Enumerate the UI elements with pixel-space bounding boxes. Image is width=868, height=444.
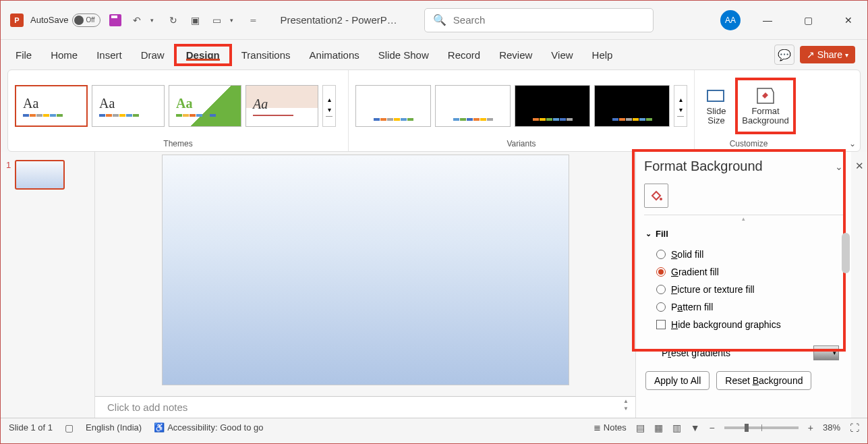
solid-fill-radio[interactable]: Solid fill <box>656 246 842 263</box>
zoom-slider[interactable] <box>724 426 799 429</box>
tab-help[interactable]: Help <box>583 44 623 66</box>
search-icon: 🔍 <box>433 13 446 26</box>
pattern-fill-radio[interactable]: Pattern fill <box>656 298 842 316</box>
spellcheck-icon[interactable]: ▢ <box>65 422 74 433</box>
share-button[interactable]: ↗ Share ▾ <box>800 46 855 63</box>
tab-record[interactable]: Record <box>438 44 490 66</box>
normal-view-button[interactable]: ▤ <box>636 422 645 433</box>
svg-point-1 <box>660 198 662 200</box>
notes-area[interactable]: Click to add notes ▲ ▼ <box>95 396 635 418</box>
user-avatar[interactable]: AA <box>720 10 741 30</box>
notes-toggle[interactable]: ≣ Notes <box>594 422 627 433</box>
preset-gradients-dropdown[interactable]: ▾ <box>813 345 839 360</box>
app-icon: P <box>10 13 24 27</box>
minimize-button[interactable]: — <box>754 10 781 30</box>
search-input[interactable] <box>453 14 645 26</box>
present-from-start-button[interactable]: ▣ <box>188 13 202 27</box>
tab-home[interactable]: Home <box>41 44 87 66</box>
language-indicator[interactable]: English (India) <box>86 422 142 433</box>
notes-scroll-down[interactable]: ▼ <box>623 406 633 412</box>
themes-group: Aa Aa Aa Aa ▴▾ Themes <box>8 70 349 151</box>
zoom-in-button[interactable]: + <box>808 422 813 433</box>
themes-group-label: Themes <box>15 138 341 150</box>
close-pane-button[interactable]: ✕ <box>855 160 864 172</box>
format-background-label: Format Background <box>742 107 788 126</box>
ribbon: Aa Aa Aa Aa ▴▾ Themes ▴▾ <box>7 70 861 152</box>
accessibility-indicator[interactable]: ♿Accessibility: Good to go <box>154 422 263 433</box>
slide-size-button[interactable]: Slide Size <box>701 78 731 134</box>
gradient-fill-label: Gradient fill <box>671 267 719 277</box>
tab-slideshow[interactable]: Slide Show <box>369 44 438 66</box>
fit-to-window-button[interactable]: ⛶ <box>850 422 859 433</box>
pane-scrollbar[interactable] <box>842 233 850 273</box>
theme-2[interactable]: Aa <box>92 85 165 127</box>
slide-sorter-button[interactable]: ▦ <box>654 422 663 433</box>
undo-dropdown[interactable]: ▾ <box>145 13 158 27</box>
slide-size-icon <box>706 86 726 105</box>
slide-canvas[interactable] <box>162 155 569 385</box>
save-button[interactable] <box>109 13 122 27</box>
pane-divider-handle[interactable]: ▴ <box>742 215 745 222</box>
variants-group-label: Variants <box>355 138 687 150</box>
variant-3[interactable] <box>515 85 590 127</box>
comment-icon: 💬 <box>778 49 791 61</box>
pane-options-dropdown[interactable]: ⌄ <box>835 161 843 172</box>
collapse-ribbon-button[interactable]: ⌄ <box>849 139 856 148</box>
hide-bg-graphics-checkbox[interactable]: Hide background graphics <box>656 316 842 333</box>
qat-dropdown[interactable]: ▾ <box>225 13 238 27</box>
hide-bg-label: Hide background graphics <box>671 319 781 330</box>
theme-4[interactable]: Aa <box>245 85 318 127</box>
main-area: 1 Click to add notes ▲ ▼ Format Backgrou… <box>1 152 867 418</box>
toggle-knob <box>74 16 84 25</box>
layout-button[interactable]: ▭ <box>210 13 223 27</box>
reset-background-button[interactable]: Reset Background <box>716 371 811 390</box>
variant-2[interactable] <box>435 85 511 127</box>
fill-section-header[interactable]: ⌄ Fill <box>636 226 851 242</box>
apply-to-all-button[interactable]: Apply to All <box>645 371 710 390</box>
tab-review[interactable]: Review <box>490 44 542 66</box>
comments-button[interactable]: 💬 <box>774 45 794 65</box>
theme-3[interactable]: Aa <box>169 85 241 127</box>
autosave-toggle[interactable]: Off <box>72 13 100 27</box>
close-button[interactable]: ✕ <box>835 10 862 30</box>
preset-gradients-label: Preset gradients <box>662 348 730 358</box>
variants-gallery-more[interactable]: ▴▾ <box>674 85 687 127</box>
format-background-button[interactable]: Format Background <box>735 78 796 134</box>
slideshow-view-button[interactable]: ▼ <box>691 422 700 433</box>
tab-design[interactable]: Design <box>174 44 232 66</box>
tab-view[interactable]: View <box>542 44 582 66</box>
tab-insert[interactable]: Insert <box>87 44 132 66</box>
save-icon <box>109 14 121 26</box>
reading-view-button[interactable]: ▥ <box>672 422 681 433</box>
notes-placeholder: Click to add notes <box>107 401 187 413</box>
qat-overflow[interactable]: ═ <box>246 13 260 27</box>
zoom-level[interactable]: 38% <box>823 422 840 433</box>
fill-tab-icon[interactable] <box>644 184 668 208</box>
maximize-button[interactable]: ▢ <box>794 10 821 30</box>
preset-gradients-row: Preset gradients ▾ <box>636 337 851 364</box>
tab-transitions[interactable]: Transitions <box>232 44 300 66</box>
chevron-down-icon: ⌄ <box>645 229 652 238</box>
slide-canvas-area: Click to add notes ▲ ▼ <box>95 152 635 418</box>
variant-4[interactable] <box>594 85 670 127</box>
gradient-fill-radio[interactable]: Gradient fill <box>656 263 842 281</box>
checkbox-icon <box>656 320 666 329</box>
quick-access-toolbar: ↶ ▾ ↻ ▣ ▭ ▾ ═ <box>109 13 260 27</box>
tab-file[interactable]: File <box>6 44 41 66</box>
slide-indicator[interactable]: Slide 1 of 1 <box>9 422 53 433</box>
search-box[interactable]: 🔍 <box>424 8 654 32</box>
tab-animations[interactable]: Animations <box>300 44 369 66</box>
slide-number: 1 <box>6 160 11 170</box>
picture-fill-radio[interactable]: Picture or texture fill <box>656 281 842 298</box>
themes-gallery-more[interactable]: ▴▾ <box>322 85 336 127</box>
paint-bucket-icon <box>649 188 664 203</box>
variant-1[interactable] <box>355 85 431 127</box>
slide-thumbnail-1[interactable]: 1 <box>6 160 89 190</box>
notes-scroll-up[interactable]: ▲ <box>623 398 633 404</box>
zoom-out-button[interactable]: − <box>710 422 715 433</box>
redo-button[interactable]: ↻ <box>167 13 180 27</box>
undo-button[interactable]: ↶ <box>130 13 144 27</box>
tab-draw[interactable]: Draw <box>132 44 174 66</box>
theme-office[interactable]: Aa <box>15 85 88 127</box>
fill-options: Solid fill Gradient fill Picture or text… <box>636 242 851 337</box>
